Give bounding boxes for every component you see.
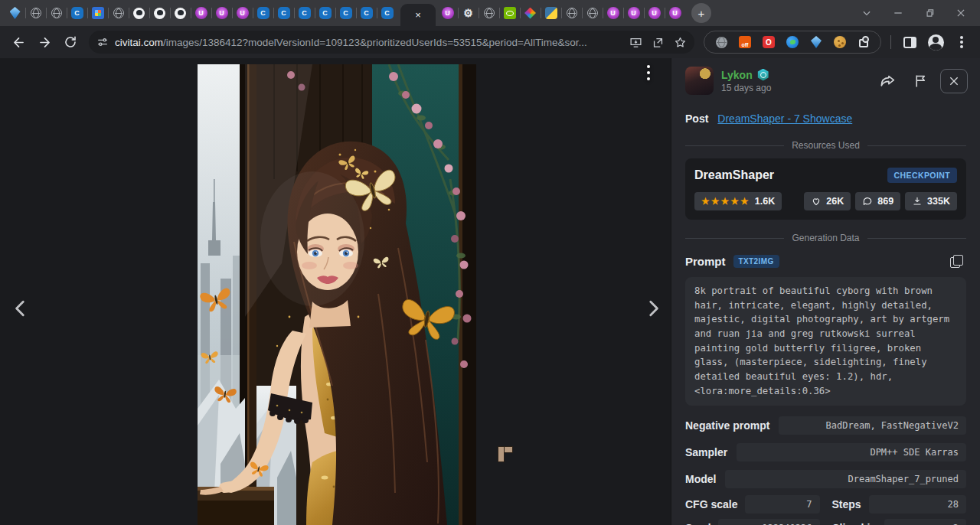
downloads-pill[interactable]: 335K <box>905 192 957 210</box>
pinned-tab-nvidia[interactable] <box>499 0 520 26</box>
pinned-tab-github-1[interactable] <box>129 0 149 26</box>
steps-value[interactable]: 28 <box>869 495 966 514</box>
artwork-illustration <box>198 64 476 525</box>
user-avatar[interactable] <box>685 67 714 95</box>
next-image-chevron[interactable] <box>640 295 666 321</box>
rating-pill[interactable]: ★★★★★ 1.6K <box>694 192 782 210</box>
pinned-tab-civitai-3[interactable]: C <box>273 0 294 26</box>
bookmark-star-icon[interactable] <box>674 36 687 49</box>
restore-icon[interactable] <box>924 8 935 18</box>
comments-pill[interactable]: 869 <box>855 192 900 210</box>
username[interactable]: Lykon <box>721 69 753 81</box>
resource-name[interactable]: DreamShaper <box>694 168 774 182</box>
pinned-tab-civitai-8[interactable]: C <box>377 0 397 26</box>
minimize-icon[interactable] <box>893 8 903 18</box>
pinned-tab-civitai-4[interactable]: C <box>294 0 315 26</box>
new-tab-button[interactable]: + <box>691 3 711 23</box>
previous-image-chevron[interactable] <box>8 295 34 321</box>
extension-ext-earth[interactable] <box>783 36 802 48</box>
image-options-menu[interactable] <box>639 63 658 83</box>
seed-value[interactable]: 132340236 <box>718 519 819 525</box>
pinned-tab-ai-studio[interactable] <box>520 0 541 26</box>
resource-card[interactable]: DreamShaper CHECKPOINT ★★★★★ 1.6K 26K <box>685 158 966 220</box>
sampler-value[interactable]: DPM++ SDE Karras <box>737 443 966 461</box>
pinned-tab-udio-7[interactable]: U <box>644 0 665 26</box>
pinned-tab-udio-4[interactable]: U <box>437 0 458 26</box>
url-path: /images/1386412?modelVersionId=109123&pr… <box>163 37 587 48</box>
window-close-icon[interactable] <box>956 8 966 18</box>
pinned-tab-civitai-6[interactable]: C <box>335 0 356 26</box>
generation-grid: CFG scale 7 Steps 28 Seed 132340236 Clip… <box>671 494 980 525</box>
forward-button[interactable] <box>32 30 57 54</box>
share-page-icon[interactable] <box>652 36 665 49</box>
tab-close-icon[interactable]: × <box>415 9 421 21</box>
pinned-tab-civitai-7[interactable]: C <box>356 0 377 26</box>
model-value[interactable]: DreamShaper_7_pruned <box>725 470 966 488</box>
prompt-text[interactable]: 8k portrait of beautiful cyborg with bro… <box>685 277 966 406</box>
pinned-tab-globe-6[interactable] <box>582 0 603 26</box>
globe-5-icon <box>567 8 577 18</box>
report-flag-button[interactable] <box>908 70 933 93</box>
pinned-tab-civitai-1[interactable]: C <box>67 0 87 26</box>
cfg-scale-value[interactable]: 7 <box>745 495 819 514</box>
seed-label: Seed <box>685 522 710 525</box>
generation-header-label: Generation Data <box>792 233 859 243</box>
extension-ext-globe[interactable] <box>712 37 730 48</box>
clip-skip-cell: Clip skip 2 <box>832 519 967 525</box>
pinned-tab-globe-4[interactable] <box>479 0 499 26</box>
pinned-tab-udio-3[interactable]: U <box>232 0 253 26</box>
extension-ext-cookie[interactable] <box>831 36 849 48</box>
active-tab[interactable]: × <box>400 4 436 26</box>
resources-header-label: Resources Used <box>792 140 860 151</box>
pinned-tab-globe-3[interactable] <box>108 0 129 26</box>
pinned-tab-udio-8[interactable]: U <box>665 0 685 26</box>
comment-icon <box>862 196 873 207</box>
udio-8-icon: U <box>669 7 681 19</box>
civitai-8-icon: C <box>381 7 394 19</box>
checkpoint-badge[interactable]: CHECKPOINT <box>887 168 957 183</box>
extension-ext-opera[interactable]: O <box>760 36 778 48</box>
pinned-tab-settings[interactable]: ⚙ <box>458 0 479 26</box>
clip-skip-label: Clip skip <box>832 522 877 525</box>
share-button[interactable] <box>876 70 900 93</box>
artwork-image[interactable] <box>198 64 476 525</box>
install-app-icon[interactable] <box>629 36 642 49</box>
pinned-tab-github-2[interactable] <box>149 0 170 26</box>
pinned-tab-civitai-5[interactable]: C <box>315 0 335 26</box>
side-panel-button[interactable] <box>897 30 922 54</box>
copy-generation-data-button[interactable] <box>946 251 966 271</box>
pinned-tab-github-3[interactable] <box>170 0 191 26</box>
url-text[interactable]: civitai.com/images/1386412?modelVersionI… <box>115 37 620 48</box>
pinned-tab-civitai-2[interactable]: C <box>253 0 273 26</box>
likes-pill[interactable]: 26K <box>804 192 851 210</box>
pinned-tab-globe-5[interactable] <box>561 0 582 26</box>
address-bar[interactable]: civitai.com/images/1386412?modelVersionI… <box>89 31 694 54</box>
extension-ext-gem[interactable] <box>807 36 825 48</box>
pinned-tab-globe-1[interactable] <box>25 0 46 26</box>
chevron-down-icon[interactable] <box>861 8 872 18</box>
back-button[interactable] <box>6 30 31 54</box>
post-label: Post <box>685 112 708 125</box>
kebab-menu-icon <box>960 41 963 44</box>
pinned-tab-store[interactable] <box>87 0 108 26</box>
refresh-button[interactable] <box>58 30 83 54</box>
profile-button[interactable] <box>923 30 948 54</box>
civitai-3-icon: C <box>278 7 290 19</box>
pinned-tab-udio-1[interactable]: U <box>191 0 211 26</box>
pinned-tab-globe-2[interactable] <box>46 0 67 26</box>
post-link[interactable]: DreamShaper - 7 Showcase <box>717 112 852 125</box>
close-panel-button[interactable] <box>940 69 968 93</box>
negative-prompt-value[interactable]: BadDream, FastNegativeV2 <box>779 416 966 435</box>
pinned-tab-udio-5[interactable]: U <box>603 0 623 26</box>
extension-ext-puzzle[interactable] <box>854 37 873 47</box>
civitai-4-icon: C <box>299 7 311 19</box>
extension-ext-blocker-off[interactable]: off <box>736 36 754 48</box>
pinned-tab-python[interactable] <box>541 0 561 26</box>
pinned-tab-udio-2[interactable]: U <box>211 0 232 26</box>
pinned-tab-civitai-gem[interactable] <box>5 0 25 26</box>
site-info-icon[interactable] <box>96 36 109 48</box>
clip-skip-value[interactable]: 2 <box>884 519 966 525</box>
image-viewer <box>0 58 671 525</box>
pinned-tab-udio-6[interactable]: U <box>623 0 644 26</box>
menu-button[interactable] <box>949 30 974 54</box>
